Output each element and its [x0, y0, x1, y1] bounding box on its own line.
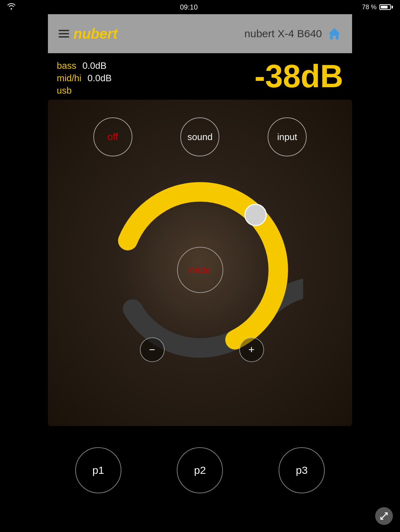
volume-down-button[interactable]: −	[140, 337, 165, 362]
menu-button[interactable]	[59, 30, 69, 38]
home-icon[interactable]	[327, 27, 341, 41]
volume-up-button[interactable]: +	[239, 337, 264, 362]
source-label: usb	[57, 85, 112, 96]
eq-settings: bass 0.0dB mid/hi 0.0dB usb	[57, 60, 112, 96]
resize-icon[interactable]	[375, 507, 393, 525]
midhi-value: 0.0dB	[88, 73, 112, 83]
volume-knob-area: mute − +	[97, 167, 303, 373]
header-logo: nubert	[59, 26, 117, 42]
knob-handle[interactable]	[245, 204, 266, 226]
sound-button[interactable]: sound	[180, 117, 219, 156]
bass-row: bass 0.0dB	[57, 60, 112, 71]
bass-label: bass	[57, 60, 76, 71]
bass-value: 0.0dB	[82, 60, 106, 71]
svg-marker-0	[329, 28, 340, 39]
status-time: 09:10	[180, 3, 198, 11]
wifi-icon	[7, 3, 16, 11]
status-right: 78 %	[362, 4, 393, 11]
midhi-row: mid/hi 0.0dB	[57, 73, 112, 84]
preset-1-button[interactable]: p1	[75, 447, 121, 493]
status-bar: 09:10 78 %	[0, 0, 400, 14]
svg-line-3	[381, 513, 387, 519]
app-logo: nubert	[73, 26, 117, 42]
top-buttons: off sound input	[48, 100, 352, 156]
app-header: nubert nubert X-4 B640	[48, 14, 352, 53]
volume-display: -38dB	[254, 60, 343, 92]
input-button[interactable]: input	[268, 117, 307, 156]
control-panel: off sound input	[48, 100, 352, 426]
preset-buttons: p1 p2 p3	[48, 447, 353, 493]
info-panel: bass 0.0dB mid/hi 0.0dB usb -38dB	[0, 53, 400, 100]
preset-3-button[interactable]: p3	[279, 447, 325, 493]
battery-icon	[379, 4, 393, 10]
device-title: nubert X-4 B640	[245, 27, 341, 41]
battery-percent: 78 %	[362, 4, 377, 11]
mute-button[interactable]: mute	[177, 247, 223, 293]
preset-2-button[interactable]: p2	[177, 447, 223, 493]
off-button[interactable]: off	[93, 117, 132, 156]
midhi-label: mid/hi	[57, 73, 81, 83]
